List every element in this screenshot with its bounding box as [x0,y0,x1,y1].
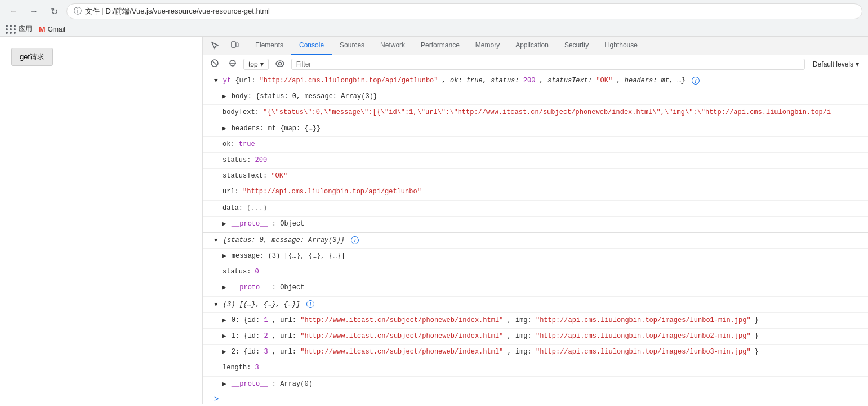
device-icon-button[interactable] [225,38,243,54]
address-bar[interactable]: ⓘ 文件 | D:/前端/Vue.js/vue-resource/vue-res… [66,3,862,19]
expand-arrow-proto1[interactable] [222,219,226,230]
main-area: get请求 Elements [0,37,868,404]
apps-grid-icon [6,25,16,34]
console-entry-status2: status: 0 [203,264,868,280]
expand-arrow-status-obj[interactable] [214,236,218,246]
eye-icon-button[interactable] [272,58,288,71]
address-text: 文件 | D:/前端/Vue.js/vue-resource/vue-resou… [85,6,270,16]
context-select[interactable]: top ▾ [243,59,269,70]
info-icon: ⓘ [74,6,82,16]
expand-arrow-array[interactable] [214,300,218,310]
svg-rect-2 [236,43,238,47]
tab-application[interactable]: Application [508,37,557,55]
get-request-button[interactable]: get请求 [11,48,53,66]
level-dropdown-icon: ▾ [856,60,859,68]
expand-arrow-message[interactable] [222,251,226,262]
yt-props: , ok: true, status: [442,77,523,85]
filter-input[interactable] [291,59,805,70]
bookmarks-bar: 应用 M Gmail [0,23,868,36]
console-prompt[interactable]: > [203,392,868,404]
svg-rect-1 [234,48,234,48]
svg-point-8 [278,62,281,65]
console-entry-url: url: "http://api.cms.liulongbin.top/api/… [203,184,868,200]
status2-key: status: [222,268,255,276]
proto2-text: __proto__ [232,284,268,292]
info-badge-yt[interactable]: i [692,77,700,85]
tab-performance[interactable]: Performance [413,37,468,55]
forward-button[interactable]: → [26,3,42,19]
clear-console-button[interactable] [207,57,222,71]
proto3-colon: : Array(0) [272,380,313,388]
svg-line-4 [212,61,217,65]
back-button[interactable]: ← [6,3,21,19]
prompt-symbol: > [214,395,219,404]
console-entry-proto1: __proto__ : Object [203,217,868,232]
expand-arrow-headers[interactable] [222,124,226,134]
data-val: (...) [247,204,267,212]
proto1-colon: : Object [272,220,305,228]
tab-console[interactable]: Console [291,37,332,55]
expand-arrow-item1[interactable] [222,332,226,342]
item1-end: } [755,332,759,340]
item0-end: } [755,316,759,324]
expand-arrow-item0[interactable] [222,316,226,326]
expand-arrow-proto2[interactable] [222,283,226,293]
browser-toolbar: ← → ↻ ⓘ 文件 | D:/前端/Vue.js/vue-resource/v… [0,0,868,23]
array-label: (3) [{…}, {…}, {…}] [223,301,300,308]
yt-url-val: "http://api.cms.liulongbin.top/api/getlu… [260,77,438,85]
status-val: 200 [255,156,268,164]
tab-lighthouse[interactable]: Lighthouse [597,37,646,55]
gmail-bookmark[interactable]: M Gmail [39,25,65,34]
gmail-icon: M [39,25,46,34]
tab-network[interactable]: Network [372,37,413,55]
console-entry-yt: yt {url: "http://api.cms.liulongbin.top/… [203,73,868,89]
item1-url: "http://www.itcast.cn/subject/phoneweb/i… [300,332,503,340]
url-key: url: [222,188,243,196]
filter-icon-button[interactable] [225,57,240,71]
apps-label: 应用 [19,24,32,34]
expand-arrow-yt[interactable] [214,76,218,86]
console-entry-ok: ok: true [203,137,868,153]
item0-id: 1 [264,316,268,324]
expand-arrow-item2[interactable] [222,347,226,358]
context-dropdown-icon: ▾ [260,60,264,68]
inspect-icon-button[interactable] [206,38,224,54]
yt-statustext-label: , statusText: [540,77,597,85]
tab-security[interactable]: Security [557,37,597,55]
info-badge-array[interactable]: i [306,300,314,308]
bodytext-key: bodyText: [222,108,263,116]
item2-img: "http://api.cms.liulongbin.top/images/lu… [536,348,751,356]
reload-button[interactable]: ↻ [46,3,62,19]
item0-url-key: , url: [272,316,300,324]
status2-val: 0 [255,268,259,276]
devtools-icon-group [203,38,247,54]
item1-url-key: , url: [272,332,300,340]
item1-img: "http://api.cms.liulongbin.top/images/lu… [536,332,751,340]
length-key: length: [222,364,255,372]
item2-end: } [755,348,759,356]
tab-elements[interactable]: Elements [247,37,291,55]
devtools-panel: Elements Console Sources Network Perform… [203,37,868,404]
url-val: "http://api.cms.liulongbin.top/api/getlu… [243,188,421,196]
level-select[interactable]: Default levels ▾ [808,59,863,69]
tab-memory[interactable]: Memory [468,37,508,55]
item2-key: 2: {id: [232,348,264,356]
tab-sources[interactable]: Sources [332,37,372,55]
console-entry-item0: 0: {id: 1 , url: "http://www.itcast.cn/s… [203,313,868,329]
headers-text: headers: mt {map: {…}} [232,125,321,133]
item0-url: "http://www.itcast.cn/subject/phoneweb/i… [300,316,503,324]
item1-key: 1: {id: [232,332,264,340]
info-badge-status[interactable]: i [351,236,359,244]
devtools-toolbar: Elements Console Sources Network Perform… [203,37,868,55]
expand-arrow-proto3[interactable] [222,379,226,390]
apps-bookmark[interactable]: 应用 [6,24,32,34]
gmail-label: Gmail [48,25,65,33]
console-entry-item1: 1: {id: 2 , url: "http://www.itcast.cn/s… [203,329,868,345]
yt-brace: {url: [235,77,259,85]
item2-id: 3 [264,348,268,356]
console-entry-headers: headers: mt {map: {…}} [203,121,868,137]
item0-img-key: , img: [508,316,536,324]
yt-label: yt [223,77,235,85]
expand-arrow-body[interactable] [222,92,226,102]
item0-key: 0: {id: [232,316,264,324]
